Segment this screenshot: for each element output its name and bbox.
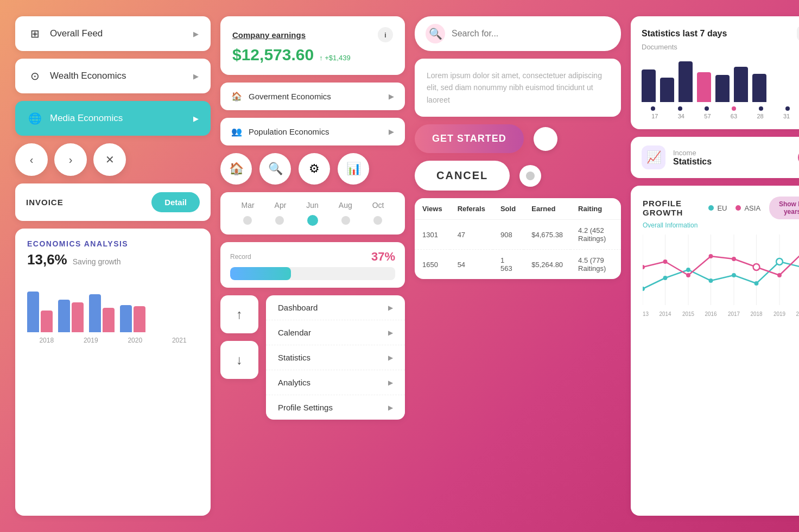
nav-item-media-economics[interactable]: 🌐 Media Economics ▶ <box>15 101 211 136</box>
timeline-dot-apr[interactable] <box>275 216 284 225</box>
svg-text:2017: 2017 <box>728 311 740 317</box>
upload-down-button[interactable]: ↓ <box>220 341 258 379</box>
nav-item-population-economics[interactable]: 👥 Population Economics ▶ <box>220 118 405 145</box>
bar-2018-pink <box>41 311 53 332</box>
nav-arrow-icon: ▶ <box>193 72 199 80</box>
bar7-2 <box>660 78 674 102</box>
svg-text:2016: 2016 <box>705 311 717 317</box>
progress-bar <box>230 267 395 280</box>
timeline-dot-oct[interactable] <box>373 216 382 225</box>
get-started-row: GET STARTED <box>415 124 621 153</box>
nav-item-wealth-economics[interactable]: ⊙ Wealth Economics ▶ <box>15 59 211 93</box>
svg-point-10 <box>663 276 668 280</box>
income-statistics-card: 📈 Income Statistics <box>631 137 799 178</box>
svg-text:2018: 2018 <box>751 311 763 317</box>
svg-point-19 <box>663 259 668 264</box>
economics-analysis-card: ECONOMICS ANALYSIS 13,6% Saving growth <box>15 229 211 516</box>
dropdown-arrow-icon: ▶ <box>388 354 393 362</box>
bar-2021-pink <box>134 306 145 332</box>
timeline-months: Mar Apr Jun Aug Oct <box>231 201 394 210</box>
stats7-title: Statistics last 7 days <box>642 29 727 39</box>
dropdown-menu: Dashboard ▶ Calendar ▶ Statistics ▶ Anal… <box>266 295 405 420</box>
svg-point-21 <box>709 254 713 258</box>
dropdown-item-statistics[interactable]: Statistics ▶ <box>266 345 405 370</box>
home-icon-btn[interactable]: 🏠 <box>220 153 252 185</box>
close-button[interactable]: ✕ <box>93 143 126 176</box>
earnings-title: Company earnings <box>232 30 306 40</box>
timeline-dot-aug[interactable] <box>341 216 350 225</box>
dropdown-item-calendar[interactable]: Calendar ▶ <box>266 320 405 345</box>
profile-growth-title: PROFILE GROWTH <box>643 199 700 217</box>
pg-legend: EU ASIA <box>708 204 760 212</box>
timeline-dot-jun[interactable] <box>307 215 318 226</box>
radio-dot <box>526 172 535 180</box>
nav-controls: ‹ › ✕ <box>15 143 211 176</box>
svg-point-22 <box>732 257 736 261</box>
bar7-dots <box>642 106 799 111</box>
timeline: Mar Apr Jun Aug Oct <box>220 192 405 235</box>
income-title: Statistics <box>673 157 798 167</box>
profile-growth-chart: 2013 2014 2015 2016 2017 2018 2019 2020 … <box>643 235 799 321</box>
pdf-button[interactable]: PDF <box>797 26 799 41</box>
svg-point-24 <box>777 273 782 277</box>
timeline-dots <box>231 215 394 226</box>
record-label: Record <box>230 253 251 261</box>
economics-title: ECONOMICS ANALYSIS <box>27 239 199 248</box>
bar-year-labels: 2018 2019 2020 2021 <box>27 337 199 344</box>
lorem-text: Lorem ipsum dolor sit amet, consectetuer… <box>427 71 602 104</box>
nav-item-government-economics[interactable]: 🏠 Goverment Economics ▶ <box>220 83 405 110</box>
next-button[interactable]: › <box>54 143 87 176</box>
cancel-button[interactable]: CANCEL <box>415 161 510 191</box>
economics-value: 13,6% <box>27 251 67 268</box>
asia-dot <box>735 205 741 211</box>
bar-2021-blue <box>120 305 132 332</box>
icon-row: 🏠 🔍 ⚙ 📊 <box>220 153 405 185</box>
get-started-button[interactable]: GET STARTED <box>415 124 524 153</box>
progress-bar-fill <box>230 267 291 280</box>
pg-overall-info: Overall Information <box>643 221 799 229</box>
svg-text:2019: 2019 <box>773 311 785 317</box>
search-input[interactable] <box>452 29 610 39</box>
upload-up-button[interactable]: ↑ <box>220 295 258 333</box>
search-bar: 🔍 <box>415 16 621 51</box>
svg-point-12 <box>709 278 713 283</box>
bar7-3 <box>678 61 693 102</box>
dropdown-arrow-icon: ▶ <box>388 304 393 312</box>
toggle-circle-get-started[interactable] <box>534 127 557 151</box>
nav-item-overall-feed[interactable]: ⊞ Overall Feed ▶ <box>15 16 211 51</box>
radio-circle-cancel[interactable] <box>519 165 541 187</box>
table-row: 1301 47 908 $4,675.38 4.2 (452 Raitings) <box>415 220 621 250</box>
earnings-change: ↑ +$1,439 <box>319 54 350 62</box>
dropdown-item-profile-settings[interactable]: Profile Settings ▶ <box>266 395 405 420</box>
show-years-button[interactable]: Show by years ▼ <box>769 197 799 219</box>
col-referals: Referals <box>450 198 493 220</box>
income-icon: 📈 <box>642 145 665 169</box>
svg-point-15 <box>776 258 783 265</box>
svg-text:2015: 2015 <box>682 311 694 317</box>
col-raiting: Raiting <box>570 198 621 220</box>
bar-2019-pink <box>72 302 84 332</box>
dropdown-item-dashboard[interactable]: Dashboard ▶ <box>266 295 405 320</box>
timeline-dot-mar[interactable] <box>243 216 252 225</box>
economics-sub: Saving growth <box>73 257 121 266</box>
stats7-sub: Documents <box>642 43 799 51</box>
detail-button[interactable]: Detail <box>151 192 200 212</box>
grid-icon: ⊞ <box>27 26 42 41</box>
earnings-card: Company earnings i $12,573.60 ↑ +$1,439 <box>220 16 405 75</box>
pg-legend-eu: EU <box>708 204 727 212</box>
economics-bar-chart <box>27 283 199 332</box>
svg-text:2020: 2020 <box>796 311 799 317</box>
earnings-amount: $12,573.60 <box>232 46 314 64</box>
gear-icon-btn[interactable]: ⚙ <box>299 153 330 185</box>
col-sold: Sold <box>493 198 524 220</box>
dropdown-item-analytics[interactable]: Analytics ▶ <box>266 370 405 395</box>
prev-button[interactable]: ‹ <box>15 143 48 176</box>
cancel-row: CANCEL <box>415 161 621 191</box>
search-icon-btn[interactable]: 🔍 <box>259 153 291 185</box>
income-text: Income Statistics <box>673 149 798 167</box>
bar7-labels: 17 34 57 63 28 31 29 <box>642 113 799 119</box>
svg-point-14 <box>754 281 759 286</box>
chart-icon-btn[interactable]: 📊 <box>338 153 369 185</box>
svg-point-11 <box>686 268 690 272</box>
info-button[interactable]: i <box>378 27 393 42</box>
